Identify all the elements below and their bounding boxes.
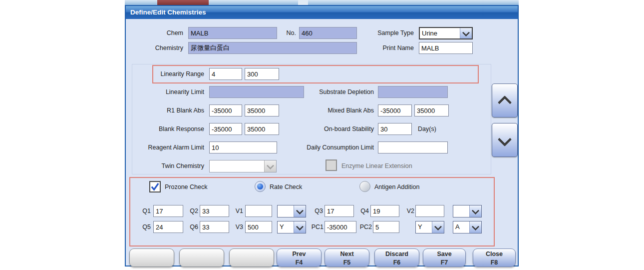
next-button[interactable]: NextF5 bbox=[324, 248, 369, 267]
save-button[interactable]: SaveF7 bbox=[423, 248, 466, 267]
dialog-title: Define/Edit Chemistries bbox=[130, 8, 206, 16]
v2-unit-dropdown-button[interactable] bbox=[469, 206, 481, 217]
pc2-label: PC2 bbox=[356, 221, 372, 233]
q5-field[interactable] bbox=[153, 221, 183, 233]
q2-field[interactable] bbox=[200, 205, 229, 217]
v1-field[interactable] bbox=[245, 205, 272, 217]
prozone-check-checkbox[interactable] bbox=[149, 181, 161, 192]
twin-chemistry-dropdown[interactable] bbox=[209, 160, 277, 172]
v3-unit-dropdown[interactable]: Y bbox=[277, 221, 306, 234]
q6-field[interactable] bbox=[200, 221, 229, 233]
v1-unit-value bbox=[278, 206, 294, 217]
daily-consumption-limit-field[interactable] bbox=[378, 142, 448, 154]
q1-field[interactable] bbox=[153, 205, 183, 217]
chevron-down-icon bbox=[498, 132, 512, 146]
linearity-range-label: Linearity Range bbox=[136, 68, 204, 80]
v2-unit-dropdown[interactable] bbox=[453, 205, 482, 218]
rate-check-label: Rate Check bbox=[270, 181, 315, 193]
scroll-down-button[interactable] bbox=[492, 123, 518, 157]
q4-field[interactable] bbox=[370, 205, 399, 217]
linearity-limit-field[interactable] bbox=[209, 86, 304, 98]
q3-field[interactable] bbox=[324, 205, 354, 217]
v2-label: V2 bbox=[404, 205, 414, 217]
v1-unit-dropdown[interactable] bbox=[277, 205, 306, 218]
close-button[interactable]: CloseF8 bbox=[473, 248, 516, 267]
chevron-down-icon bbox=[296, 206, 304, 214]
screen: Define/Edit Chemistries Chem No. Sample … bbox=[0, 0, 644, 270]
onboard-stability-label: On-board Stability bbox=[291, 123, 374, 135]
linearity-range-low-field[interactable] bbox=[209, 68, 242, 80]
sample-type-label: Sample Type bbox=[365, 27, 414, 39]
r1-blank-abs-high-field[interactable] bbox=[245, 104, 279, 116]
antigen-addition-label: Antigen Addition bbox=[374, 181, 439, 193]
define-edit-chemistries-dialog: Define/Edit Chemistries Chem No. Sample … bbox=[125, 5, 519, 266]
no-field[interactable] bbox=[299, 27, 357, 39]
v1-unit-dropdown-button[interactable] bbox=[294, 206, 306, 217]
linearity-limit-label: Linearity Limit bbox=[136, 86, 204, 98]
pc1-label: PC1 bbox=[309, 221, 323, 233]
mixed-blank-abs-low-field[interactable] bbox=[378, 104, 412, 116]
sample-type-dropdown[interactable]: Urine bbox=[419, 27, 473, 40]
v3-field[interactable] bbox=[245, 221, 272, 233]
background-tabs-strip bbox=[125, 0, 519, 5]
mixed-blank-abs-high-field[interactable] bbox=[414, 104, 449, 116]
chevron-down-icon bbox=[472, 222, 480, 230]
prev-button[interactable]: PrevF4 bbox=[277, 248, 322, 267]
chevron-up-icon bbox=[498, 96, 512, 110]
print-name-label: Print Name bbox=[365, 42, 414, 54]
twin-chemistry-label: Twin Chemistry bbox=[136, 160, 204, 172]
reagent-alarm-limit-label: Reagent Alarm Limit bbox=[136, 142, 204, 154]
twin-chemistry-value bbox=[210, 160, 264, 172]
mixed-blank-abs-label: Mixed Blank Abs bbox=[291, 104, 374, 116]
chem-field[interactable] bbox=[188, 27, 277, 39]
antigen-addition-radio[interactable] bbox=[359, 181, 370, 192]
chemistry-field[interactable] bbox=[188, 42, 357, 54]
pc1-field[interactable] bbox=[324, 221, 356, 233]
no-label: No. bbox=[266, 27, 296, 39]
v1-label: V1 bbox=[232, 205, 243, 217]
v2-field[interactable] bbox=[415, 205, 444, 217]
blank-response-high-field[interactable] bbox=[245, 123, 279, 135]
r1-blank-abs-low-field[interactable] bbox=[209, 104, 242, 116]
q6-label: Q6 bbox=[187, 221, 198, 233]
scroll-up-button[interactable] bbox=[492, 84, 518, 118]
onboard-stability-unit-label: Day(s) bbox=[418, 123, 453, 135]
onboard-stability-field[interactable] bbox=[378, 123, 412, 135]
v3-label: V3 bbox=[232, 221, 243, 233]
chevron-down-icon bbox=[462, 28, 470, 36]
reagent-alarm-limit-field[interactable] bbox=[209, 142, 277, 154]
blank-button-1[interactable] bbox=[129, 248, 174, 267]
q3-label: Q3 bbox=[312, 205, 323, 217]
flag-a-dropdown[interactable]: A bbox=[453, 221, 482, 234]
q1-label: Q1 bbox=[141, 205, 151, 217]
enzyme-linear-extension-checkbox bbox=[325, 160, 337, 171]
linearity-range-high-field[interactable] bbox=[245, 68, 279, 80]
flag-a-value: A bbox=[453, 222, 469, 233]
q5-label: Q5 bbox=[141, 221, 151, 233]
chevron-down-icon bbox=[472, 206, 480, 214]
q4-label: Q4 bbox=[357, 205, 369, 217]
print-name-field[interactable] bbox=[419, 42, 473, 54]
v3-unit-dropdown-button[interactable] bbox=[294, 222, 306, 233]
flag-y-dropdown[interactable]: Y bbox=[415, 221, 444, 234]
sample-type-value: Urine bbox=[420, 28, 460, 38]
sample-type-dropdown-button[interactable] bbox=[460, 28, 472, 38]
daily-consumption-limit-label: Daily Consumption Limit bbox=[291, 142, 374, 154]
blank-response-low-field[interactable] bbox=[209, 123, 242, 135]
flag-a-dropdown-button[interactable] bbox=[469, 222, 481, 233]
substrate-depletion-field[interactable] bbox=[378, 86, 448, 98]
chevron-down-icon bbox=[267, 162, 275, 170]
rate-check-radio[interactable] bbox=[255, 181, 266, 192]
blank-button-3[interactable] bbox=[229, 248, 274, 267]
chevron-down-icon bbox=[434, 222, 442, 230]
flag-y-dropdown-button[interactable] bbox=[432, 222, 444, 233]
check-icon bbox=[150, 182, 160, 192]
pc2-field[interactable] bbox=[373, 221, 399, 233]
blank-button-2[interactable] bbox=[179, 248, 224, 267]
dialog-titlebar: Define/Edit Chemistries bbox=[126, 6, 518, 19]
discard-button[interactable]: DiscardF6 bbox=[374, 248, 419, 267]
background-active-tab bbox=[157, 0, 209, 5]
chevron-down-icon bbox=[296, 222, 304, 230]
background-tab-separator bbox=[298, 0, 308, 5]
prozone-check-label: Prozone Check bbox=[165, 181, 220, 193]
